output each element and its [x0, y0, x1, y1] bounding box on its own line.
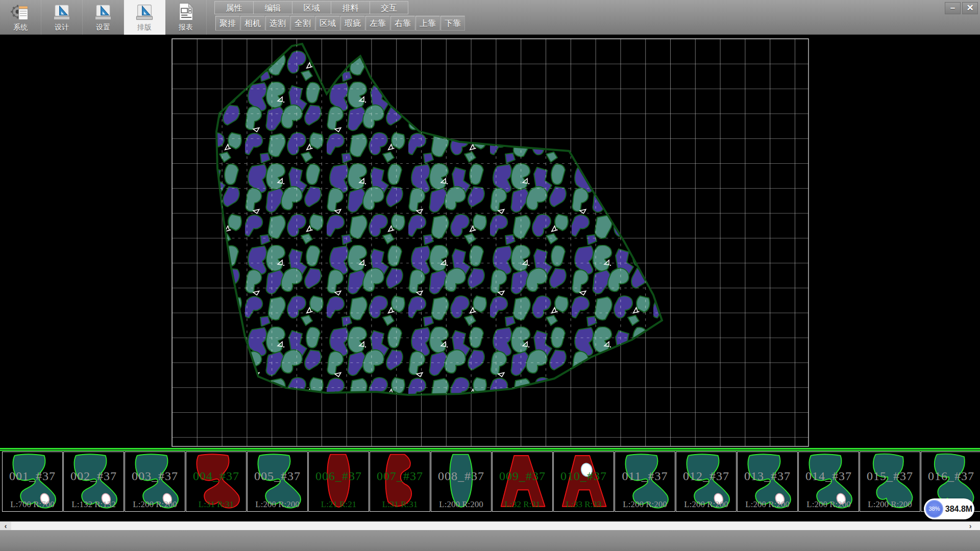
toolbar: 系统 设计: [0, 0, 980, 35]
piece-name-label: 007_#37: [370, 469, 430, 483]
tool-button[interactable]: 下靠: [440, 16, 465, 31]
tool-button[interactable]: 区域: [315, 16, 340, 31]
piece-name-label: 004_#37: [186, 469, 246, 483]
tool-button-row: 聚排 相机 选割 全割 区域 瑕疵 左靠 右靠 上靠 下靠: [215, 16, 465, 31]
piece-name-label: 008_#37: [431, 469, 491, 483]
piece-thumbnail-strip: 001_#37 L:700 R:700 002_#37 L:132 R:132 …: [0, 452, 980, 512]
mode-button-排版[interactable]: 排版: [124, 0, 165, 35]
menu-tab[interactable]: 交互: [370, 1, 408, 14]
piece-thumbnail[interactable]: 011_#37 L:200 R:200: [615, 452, 675, 512]
tool-button[interactable]: 右靠: [390, 16, 415, 31]
set-square-icon: [54, 5, 69, 20]
mode-button-label: 系统: [13, 23, 28, 32]
piece-count-label: L:200 R:200: [248, 499, 307, 510]
piece-thumbnail[interactable]: 001_#37 L:700 R:700: [2, 452, 63, 512]
app-window: 系统 设计: [0, 0, 980, 551]
menu-tab[interactable]: 排料: [331, 1, 370, 14]
status-bar: [0, 530, 980, 551]
piece-thumbnail[interactable]: 004_#37 L:31 R:31: [186, 452, 247, 512]
tool-button[interactable]: 聚排: [215, 16, 240, 31]
piece-thumbnail[interactable]: 007_#37 L:31 R:31: [370, 452, 430, 512]
piece-count-label: L:200 R:200: [431, 499, 491, 510]
piece-thumbnail[interactable]: 015_#37 L:200 R:200: [860, 452, 920, 512]
piece-count-label: L:31 R:31: [370, 499, 430, 510]
strip-separator-line-2: [0, 450, 980, 451]
piece-name-label: 016_#37: [921, 469, 980, 483]
piece-thumbnail[interactable]: 009_#37 L:32 R:31: [492, 452, 553, 512]
piece-count-label: L:700 R:700: [3, 499, 62, 510]
piece-count-label: L:200 R:200: [799, 499, 859, 510]
piece-name-label: 013_#37: [738, 469, 797, 483]
menu-tab-row: 属性 编辑 区域 排料 交互: [214, 1, 408, 14]
piece-count-label: L:132 R:132: [64, 499, 124, 510]
mode-button-label: 设计: [55, 23, 69, 32]
piece-thumbnail[interactable]: 008_#37 L:200 R:200: [431, 452, 492, 512]
close-button[interactable]: ✕: [962, 2, 978, 14]
piece-thumbnail[interactable]: 002_#37 L:132 R:132: [63, 452, 124, 512]
piece-name-label: 002_#37: [64, 469, 124, 483]
set-square-icon: [95, 5, 111, 20]
mode-button-label: 排版: [137, 23, 152, 32]
piece-name-label: 014_#37: [799, 469, 859, 483]
memory-usage-badge: 38% 384.8M: [924, 498, 974, 519]
memory-amount-label: 384.8M: [943, 505, 974, 514]
menu-tab[interactable]: 属性: [214, 1, 253, 14]
piece-count-label: L:31 R:31: [186, 499, 246, 510]
piece-name-label: 001_#37: [3, 469, 62, 483]
mode-button-报表[interactable]: 报表: [165, 0, 207, 35]
mode-button-label: 报表: [179, 23, 193, 32]
tool-button[interactable]: 瑕疵: [340, 16, 365, 31]
mode-button-设置[interactable]: 设置: [83, 0, 124, 35]
scroll-right-button[interactable]: ›: [965, 522, 976, 531]
tool-button[interactable]: 相机: [240, 16, 265, 31]
piece-count-label: L:33 R:33: [554, 499, 614, 510]
piece-thumbnail[interactable]: 013_#37 L:200 R:200: [737, 452, 798, 512]
piece-thumbnail[interactable]: 010_#37 L:33 R:33: [553, 452, 614, 512]
piece-count-label: L:200 R:200: [676, 499, 736, 510]
piece-name-label: 010_#37: [554, 469, 614, 483]
piece-thumbnail[interactable]: 005_#37 L:200 R:200: [247, 452, 308, 512]
piece-count-label: L:200 R:200: [615, 499, 675, 510]
menu-tab[interactable]: 区域: [292, 1, 331, 14]
mode-button-系统[interactable]: 系统: [0, 0, 41, 35]
piece-count-label: L:200 R:200: [125, 499, 185, 510]
horizontal-scrollbar[interactable]: ‹ ›: [0, 521, 980, 531]
strip-separator-line: [0, 448, 980, 449]
piece-name-label: 012_#37: [676, 469, 736, 483]
mode-button-label: 设置: [96, 23, 110, 32]
piece-thumbnail[interactable]: 014_#37 L:200 R:200: [798, 452, 859, 512]
piece-name-label: 015_#37: [860, 469, 920, 483]
piece-count-label: L:200 R:200: [738, 499, 797, 510]
tool-button[interactable]: 选割: [265, 16, 290, 31]
piece-name-label: 006_#37: [309, 469, 369, 483]
piece-count-label: L:21 R:21: [309, 499, 369, 510]
menu-tab[interactable]: 编辑: [253, 1, 292, 14]
window-controls: – ✕: [945, 2, 978, 14]
main-mode-buttons: 系统 设计: [0, 0, 207, 35]
piece-count-label: L:200 R:200: [860, 499, 920, 510]
gear-icon: [11, 5, 28, 20]
piece-name-label: 005_#37: [248, 469, 307, 483]
memory-percent-indicator: 38%: [925, 500, 943, 518]
tool-button[interactable]: 全割: [290, 16, 315, 31]
piece-name-label: 009_#37: [493, 469, 552, 483]
piece-name-label: 011_#37: [615, 469, 675, 483]
piece-thumbnail[interactable]: 003_#37 L:200 R:200: [125, 452, 185, 512]
piece-thumbnail[interactable]: 012_#37 L:200 R:200: [676, 452, 737, 512]
piece-name-label: 003_#37: [125, 469, 185, 483]
piece-count-label: L:32 R:31: [493, 499, 552, 510]
scroll-left-button[interactable]: ‹: [0, 522, 11, 531]
tool-button[interactable]: 上靠: [415, 16, 440, 31]
report-icon: [180, 3, 193, 20]
set-square-icon: [136, 5, 152, 20]
mode-button-设计[interactable]: 设计: [41, 0, 83, 35]
tool-button[interactable]: 左靠: [365, 16, 390, 31]
piece-thumbnail[interactable]: 006_#37 L:21 R:21: [308, 452, 369, 512]
minimize-button[interactable]: –: [945, 2, 961, 14]
